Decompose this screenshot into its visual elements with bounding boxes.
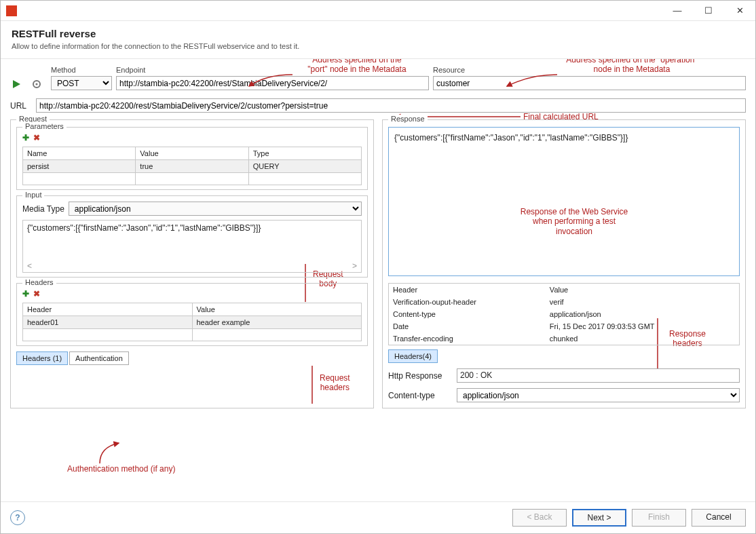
finish-button[interactable]: Finish: [632, 509, 686, 527]
resource-label: Resource: [433, 66, 746, 74]
request-group: Request Parameters ✚ ✖ Name Value Type: [10, 119, 374, 408]
request-headers-table[interactable]: Header Value header01 header example: [22, 303, 362, 341]
resp-headers-col-value: Value: [546, 284, 740, 297]
params-col-name: Name: [23, 147, 136, 160]
close-button[interactable]: ✕: [724, 1, 755, 21]
title-bar: — ☐ ✕: [1, 1, 755, 21]
table-row[interactable]: persist true QUERY: [23, 160, 362, 173]
button-bar: ? < Back Next > Finish Cancel: [1, 501, 755, 533]
input-group: Input Media Type application/json {"cust…: [16, 195, 368, 278]
tab-authentication[interactable]: Authentication: [69, 351, 129, 365]
response-body-view[interactable]: {"customers":[{"firstName":"Jason","id":…: [388, 127, 740, 276]
annotation-auth-method: Authentication method (if any): [67, 464, 175, 474]
gear-icon: [32, 79, 41, 89]
next-button[interactable]: Next >: [572, 509, 626, 527]
req-headers-col-value: Value: [192, 303, 362, 316]
maximize-button[interactable]: ☐: [693, 1, 724, 21]
media-type-select[interactable]: application/json: [69, 202, 362, 216]
main-content: Address specified on the "port" node in …: [1, 59, 755, 501]
table-row[interactable]: header01 header example: [23, 316, 362, 329]
cancel-button[interactable]: Cancel: [692, 509, 746, 527]
wizard-header: RESTFull reverse Allow to define informa…: [1, 21, 755, 59]
delete-header-button[interactable]: ✖: [33, 289, 40, 299]
parameters-group: Parameters ✚ ✖ Name Value Type: [16, 127, 368, 190]
http-response-value: 200 : OK: [457, 368, 740, 383]
params-col-value: Value: [136, 147, 248, 160]
add-param-button[interactable]: ✚: [22, 133, 29, 142]
table-row: DateFri, 15 Dec 2017 09:03:53 GMT: [389, 320, 740, 332]
table-row: Verification-ouput-headerverif: [389, 296, 740, 308]
headers-title: Headers: [22, 278, 56, 286]
request-body-input[interactable]: {"customers":[{"firstName":"Jason","id":…: [22, 220, 362, 273]
response-headers-table: Header Value Verification-ouput-headerve…: [388, 283, 740, 345]
content-type-select[interactable]: application/json: [457, 388, 740, 402]
params-col-type: Type: [248, 147, 361, 160]
method-select[interactable]: POST: [51, 76, 112, 90]
response-title: Response: [388, 115, 428, 123]
resp-headers-col-header: Header: [389, 284, 546, 297]
wizard-window: — ☐ ✕ RESTFull reverse Allow to define i…: [0, 0, 756, 534]
execute-button[interactable]: [10, 78, 22, 90]
url-label: URL: [10, 101, 29, 111]
method-label: Method: [51, 66, 112, 74]
app-icon: [6, 5, 17, 16]
table-row: Transfer-encodingchunked: [389, 332, 740, 345]
media-type-label: Media Type: [22, 204, 64, 214]
help-button[interactable]: ?: [10, 510, 25, 525]
resource-input[interactable]: [433, 76, 746, 90]
page-subtitle: Allow to define information for the conn…: [12, 42, 744, 50]
play-icon: [12, 79, 21, 89]
parameters-table[interactable]: Name Value Type persist true QUERY: [22, 147, 362, 185]
add-header-button[interactable]: ✚: [22, 289, 29, 299]
settings-button[interactable]: [31, 78, 43, 90]
delete-param-button[interactable]: ✖: [33, 133, 40, 142]
response-group: Response {"customers":[{"firstName":"Jas…: [382, 119, 746, 408]
parameters-title: Parameters: [22, 122, 67, 130]
tab-headers[interactable]: Headers (1): [16, 351, 68, 365]
content-type-label: Content-type: [388, 391, 453, 400]
input-title: Input: [22, 191, 44, 199]
back-button[interactable]: < Back: [512, 509, 567, 527]
http-response-label: Http Response: [388, 371, 453, 381]
endpoint-label: Endpoint: [116, 66, 429, 74]
table-row: Content-typeapplication/json: [389, 308, 740, 320]
svg-marker-5: [13, 80, 20, 88]
tab-response-headers[interactable]: Headers(4): [388, 349, 438, 363]
endpoint-input[interactable]: [116, 76, 429, 90]
svg-point-7: [35, 83, 37, 85]
headers-group: Headers ✚ ✖ Header Value header01: [16, 283, 368, 346]
minimize-button[interactable]: —: [662, 1, 693, 21]
req-headers-col-header: Header: [23, 303, 193, 316]
url-input[interactable]: [36, 98, 746, 113]
page-title: RESTFull reverse: [12, 28, 744, 39]
